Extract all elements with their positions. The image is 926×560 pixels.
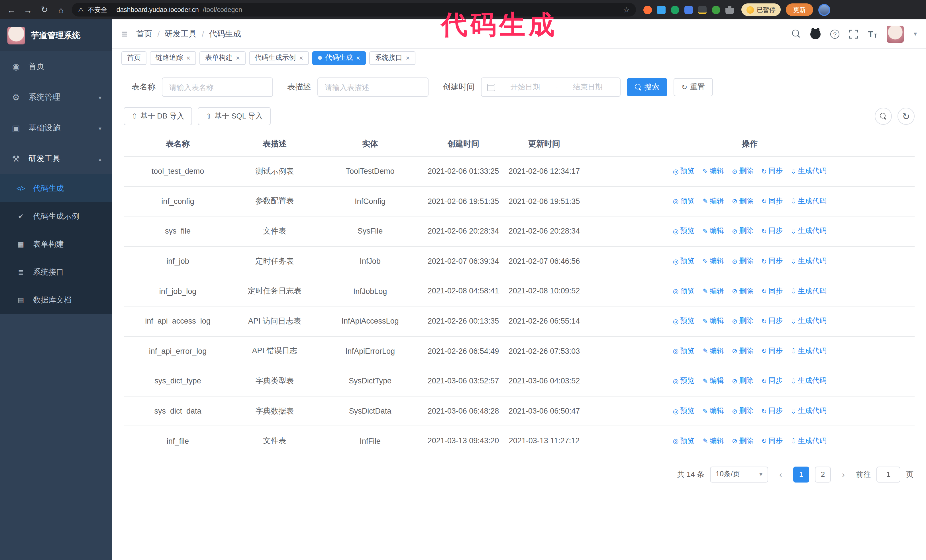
extension-icon[interactable] [671,5,679,14]
help-icon[interactable]: ? [830,29,840,38]
page-button-1[interactable]: 1 [793,466,809,483]
sidebar-item-devtools[interactable]: ⚒ 研发工具 ▴ [0,143,112,174]
font-size-icon[interactable]: TT [868,29,877,39]
extension-icon[interactable] [657,5,666,14]
edit-link[interactable]: ✎编辑 [702,436,724,446]
delete-link[interactable]: ⊘删除 [732,257,754,266]
sync-link[interactable]: ↻同步 [761,196,783,206]
edit-link[interactable]: ✎编辑 [702,257,724,266]
edit-link[interactable]: ✎编辑 [702,346,724,356]
close-icon[interactable]: × [299,54,303,62]
sidebar-item-db-doc[interactable]: ▤ 数据库文档 [0,286,112,314]
close-icon[interactable]: × [356,54,360,62]
tab-form-builder[interactable]: 表单构建 × [200,51,246,65]
generate-code-link[interactable]: ⇩生成代码 [791,196,826,206]
close-icon[interactable]: × [236,54,240,62]
edit-link[interactable]: ✎编辑 [702,406,724,416]
generate-code-link[interactable]: ⇩生成代码 [791,406,826,416]
generate-code-link[interactable]: ⇩生成代码 [791,317,826,326]
preview-link[interactable]: ◎预览 [673,346,694,356]
tab-trace[interactable]: 链路追踪 × [150,51,196,65]
home-icon[interactable]: ⌂ [55,5,67,15]
sync-link[interactable]: ↻同步 [761,167,783,176]
sync-link[interactable]: ↻同步 [761,226,783,236]
import-db-button[interactable]: ⇧ 基于 DB 导入 [124,107,192,125]
sync-link[interactable]: ↻同步 [761,406,783,416]
delete-link[interactable]: ⊘删除 [732,436,754,446]
delete-link[interactable]: ⊘删除 [732,376,754,386]
edit-link[interactable]: ✎编辑 [702,196,724,206]
delete-link[interactable]: ⊘删除 [732,346,754,356]
hamburger-icon[interactable]: ≡ [121,28,128,40]
sync-link[interactable]: ↻同步 [761,317,783,326]
sidebar-item-form-builder[interactable]: ▦ 表单构建 [0,230,112,258]
page-button-2[interactable]: 2 [815,466,831,483]
edit-link[interactable]: ✎编辑 [702,226,724,236]
edit-link[interactable]: ✎编辑 [702,317,724,326]
extension-icon[interactable] [698,5,707,14]
sync-link[interactable]: ↻同步 [761,346,783,356]
toggle-search-button[interactable] [875,108,892,125]
sync-link[interactable]: ↻同步 [761,436,783,446]
search-icon[interactable] [792,30,800,38]
fullscreen-icon[interactable] [849,29,858,38]
table-name-input[interactable] [162,77,273,97]
address-bar[interactable]: ⚠ 不安全 dashboard.yudao.iocoder.cn/tool/co… [72,3,636,17]
edit-link[interactable]: ✎编辑 [702,167,724,176]
sync-link[interactable]: ↻同步 [761,286,783,296]
preview-link[interactable]: ◎预览 [673,286,694,296]
puzzle-extension-icon[interactable] [725,5,734,14]
preview-link[interactable]: ◎预览 [673,257,694,266]
delete-link[interactable]: ⊘删除 [732,317,754,326]
tab-codegen-example[interactable]: 代码生成示例 × [249,51,309,65]
extension-icon[interactable] [684,5,693,14]
user-avatar[interactable] [887,25,904,42]
preview-link[interactable]: ◎预览 [673,436,694,446]
create-time-range-picker[interactable]: 开始日期 - 结束日期 [481,77,620,97]
search-button[interactable]: 搜索 [627,78,667,96]
import-sql-button[interactable]: ⇧ 基于 SQL 导入 [198,107,271,125]
generate-code-link[interactable]: ⇩生成代码 [791,436,826,446]
delete-link[interactable]: ⊘删除 [732,167,754,176]
generate-code-link[interactable]: ⇩生成代码 [791,346,826,356]
delete-link[interactable]: ⊘删除 [732,196,754,206]
delete-link[interactable]: ⊘删除 [732,286,754,296]
bookmark-star-icon[interactable]: ☆ [623,5,630,14]
forward-icon[interactable]: → [22,5,33,15]
sidebar-item-infra[interactable]: ▣ 基础设施 ▾ [0,113,112,143]
edit-link[interactable]: ✎编辑 [702,286,724,296]
generate-code-link[interactable]: ⇩生成代码 [791,167,826,176]
preview-link[interactable]: ◎预览 [673,167,694,176]
sidebar-item-codegen[interactable]: </> 代码生成 [0,174,112,202]
breadcrumb-home[interactable]: 首页 [136,29,152,39]
sidebar-item-codegen-example[interactable]: ✔ 代码生成示例 [0,202,112,230]
tab-home[interactable]: 首页 [121,51,147,65]
refresh-button[interactable]: ↻ [897,108,915,125]
reset-button[interactable]: ↻ 重置 [673,78,713,96]
generate-code-link[interactable]: ⇩生成代码 [791,226,826,236]
delete-link[interactable]: ⊘删除 [732,406,754,416]
tab-codegen[interactable]: 代码生成 × [312,51,366,65]
update-button[interactable]: 更新 [786,3,813,16]
generate-code-link[interactable]: ⇩生成代码 [791,257,826,266]
goto-page-input[interactable] [876,466,900,483]
close-icon[interactable]: × [186,54,190,62]
next-page-button[interactable]: › [837,466,850,483]
preview-link[interactable]: ◎预览 [673,317,694,326]
page-size-select[interactable]: 10条/页 ▾ [710,466,768,483]
generate-code-link[interactable]: ⇩生成代码 [791,376,826,386]
reload-icon[interactable]: ↻ [39,5,50,15]
sidebar-item-api[interactable]: ≣ 系统接口 [0,258,112,286]
tab-api[interactable]: 系统接口 × [369,51,415,65]
edit-link[interactable]: ✎编辑 [702,376,724,386]
back-icon[interactable]: ← [6,5,17,15]
generate-code-link[interactable]: ⇩生成代码 [791,286,826,296]
preview-link[interactable]: ◎预览 [673,406,694,416]
close-icon[interactable]: × [406,54,410,62]
preview-link[interactable]: ◎预览 [673,226,694,236]
sidebar-item-system[interactable]: ⚙ 系统管理 ▾ [0,82,112,113]
sync-link[interactable]: ↻同步 [761,376,783,386]
extension-icon[interactable] [643,5,652,14]
preview-link[interactable]: ◎预览 [673,376,694,386]
table-desc-input[interactable] [318,77,428,97]
